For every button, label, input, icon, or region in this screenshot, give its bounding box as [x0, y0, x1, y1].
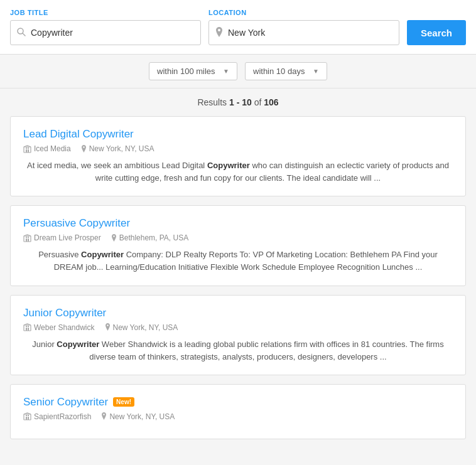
company-name: Dream Live Prosper — [34, 233, 101, 242]
location-field-group: LOCATION — [208, 9, 399, 45]
building-icon — [23, 145, 31, 153]
building-icon — [23, 234, 31, 242]
job-title-field-group: JOB TITLE — [10, 9, 201, 45]
results-range: 1 - 10 — [229, 97, 252, 107]
location-item: New York, NY, USA — [81, 144, 154, 153]
svg-line-1 — [23, 33, 25, 36]
svg-rect-16 — [28, 326, 29, 327]
chevron-down-icon-2: ▼ — [313, 68, 319, 75]
svg-rect-3 — [26, 149, 27, 152]
job-meta: SapientRazorfish New York, NY, USA — [23, 412, 453, 421]
days-select[interactable]: within 10 days — [253, 67, 308, 76]
svg-rect-19 — [28, 417, 29, 420]
svg-rect-10 — [26, 237, 27, 238]
svg-rect-17 — [24, 414, 31, 420]
job-title-text: Junior Copywriter — [23, 307, 106, 319]
company-name: Weber Shandwick — [34, 323, 95, 332]
company-name: Iced Media — [34, 144, 71, 153]
results-summary: Results 1 - 10 of 106 — [0, 88, 476, 116]
svg-rect-14 — [28, 328, 29, 331]
building-icon — [23, 323, 31, 331]
job-location: New York, NY, USA — [109, 412, 175, 421]
svg-rect-6 — [28, 147, 29, 149]
job-title-link[interactable]: Persuasive Copywriter — [23, 217, 130, 230]
building-icon — [23, 412, 31, 420]
job-title-text: Persuasive Copywriter — [23, 217, 130, 230]
filters-bar: within 100 miles ▼ within 10 days ▼ — [0, 55, 476, 88]
job-title-link[interactable]: Senior Copywriter New! — [23, 396, 134, 409]
job-meta: Weber Shandwick New York, NY, USA — [23, 323, 453, 332]
job-title-input[interactable] — [31, 28, 194, 38]
job-title-text: Lead Digital Copywriter — [23, 128, 134, 141]
location-input[interactable] — [228, 28, 392, 38]
company-name: SapientRazorfish — [34, 412, 91, 421]
svg-rect-9 — [28, 238, 29, 242]
search-icon — [17, 28, 26, 38]
results-of: of — [252, 97, 264, 107]
location-pin-icon — [215, 27, 223, 39]
job-description: Junior Copywriter Weber Shandwick is a l… — [23, 338, 453, 363]
company-item: SapientRazorfish — [23, 412, 91, 421]
location-item: New York, NY, USA — [101, 412, 175, 421]
job-meta: Dream Live Prosper Bethlehem, PA, USA — [23, 233, 453, 242]
job-title-link[interactable]: Junior Copywriter — [23, 307, 106, 319]
location-pin-icon — [81, 145, 87, 153]
job-meta: Iced Media New York, NY, USA — [23, 144, 453, 153]
job-title-link[interactable]: Lead Digital Copywriter — [23, 128, 134, 141]
job-location: New York, NY, USA — [113, 323, 178, 332]
job-card: Junior Copywriter Weber Shandwick — [10, 295, 466, 375]
job-card: Senior Copywriter New! SapientRazorfish — [10, 384, 466, 439]
chevron-down-icon: ▼ — [223, 68, 229, 75]
job-title-input-wrapper — [10, 20, 201, 45]
svg-rect-13 — [26, 328, 27, 331]
results-prefix: Results — [197, 97, 229, 107]
distance-select[interactable]: within 100 miles — [157, 67, 218, 76]
results-list: Lead Digital Copywriter Iced Media — [0, 116, 476, 449]
job-description: Persuasive Copywriter Company: DLP Realt… — [23, 249, 453, 274]
job-card: Lead Digital Copywriter Iced Media — [10, 116, 466, 196]
location-pin-icon — [101, 412, 107, 420]
distance-filter[interactable]: within 100 miles ▼ — [149, 62, 237, 80]
job-location: New York, NY, USA — [89, 144, 154, 153]
location-item: Bethlehem, PA, USA — [111, 233, 189, 242]
svg-rect-18 — [26, 417, 27, 420]
location-label: LOCATION — [208, 9, 399, 16]
job-location: Bethlehem, PA, USA — [119, 233, 189, 242]
new-badge: New! — [113, 397, 134, 407]
search-bar: JOB TITLE LOCATION Search — [0, 0, 476, 55]
location-pin-icon — [111, 234, 117, 242]
svg-rect-2 — [24, 147, 31, 152]
svg-rect-21 — [28, 415, 29, 416]
svg-rect-15 — [26, 326, 27, 327]
results-total: 106 — [264, 97, 278, 107]
svg-rect-5 — [26, 147, 27, 149]
location-input-wrapper — [208, 20, 399, 45]
job-title-label: JOB TITLE — [10, 9, 201, 16]
location-item: New York, NY, USA — [105, 323, 178, 332]
svg-rect-7 — [24, 236, 31, 242]
svg-rect-4 — [28, 149, 29, 152]
job-description: At iced media, we seek an ambitious Lead… — [23, 159, 453, 184]
company-item: Weber Shandwick — [23, 323, 95, 332]
search-button[interactable]: Search — [407, 20, 466, 45]
location-pin-icon — [105, 323, 111, 331]
job-card: Persuasive Copywriter Dream Live Prosper — [10, 205, 466, 286]
company-item: Dream Live Prosper — [23, 233, 101, 242]
days-filter[interactable]: within 10 days ▼ — [245, 62, 327, 80]
svg-rect-12 — [24, 325, 31, 331]
svg-rect-8 — [26, 238, 27, 242]
job-title-text: Senior Copywriter — [23, 396, 108, 409]
svg-rect-11 — [28, 237, 29, 238]
company-item: Iced Media — [23, 144, 71, 153]
svg-rect-20 — [26, 415, 27, 416]
